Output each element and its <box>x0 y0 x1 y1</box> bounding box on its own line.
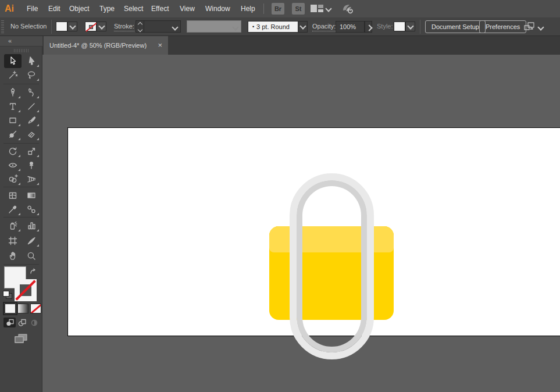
preferences-button[interactable]: Preferences <box>479 20 526 33</box>
style-swatch[interactable] <box>394 22 405 31</box>
lasso-tool[interactable] <box>23 68 40 82</box>
scale-tool[interactable] <box>23 144 40 158</box>
arrange-artboards-icon[interactable] <box>523 22 535 34</box>
swap-fill-stroke-icon[interactable] <box>29 268 38 279</box>
rectangle-tool[interactable] <box>4 113 22 127</box>
bridge-button[interactable]: Br <box>272 3 284 15</box>
opacity-label[interactable]: Opacity: <box>312 22 336 31</box>
padlock-shackle-ring-shape[interactable] <box>290 173 374 359</box>
draw-behind-mode-button[interactable] <box>16 318 28 327</box>
opacity-arrow-button[interactable] <box>365 21 372 33</box>
close-icon[interactable]: × <box>158 42 162 49</box>
menu-select[interactable]: Select <box>124 0 143 17</box>
menu-bar: Ai File Edit Object Type Select Effect V… <box>0 0 560 18</box>
workspace-switcher-icon[interactable] <box>310 4 324 16</box>
gradient-button[interactable] <box>17 304 28 313</box>
paintbrush-tool[interactable] <box>23 113 40 127</box>
type-tool[interactable] <box>4 99 22 113</box>
control-bar-grip[interactable] <box>1 20 4 33</box>
stroke-dropdown[interactable] <box>97 22 106 31</box>
tools-panel: « <box>0 36 42 392</box>
tools-panel-header[interactable]: « <box>0 36 42 47</box>
puppet-warp-tool[interactable] <box>23 158 40 172</box>
control-separator <box>51 20 52 34</box>
selection-status: No Selection <box>10 17 47 35</box>
default-fill-stroke-icon[interactable] <box>3 291 12 299</box>
shape-builder-tool[interactable] <box>4 172 22 186</box>
eyedropper-tool[interactable] <box>4 202 22 216</box>
control-bar: No Selection Stroke: • 3 pt. Round Opaci… <box>0 17 560 36</box>
menu-effect[interactable]: Effect <box>151 0 169 17</box>
eraser-tool[interactable] <box>23 127 40 141</box>
opacity-field[interactable]: 100% <box>336 21 365 33</box>
magic-wand-tool[interactable] <box>4 68 22 82</box>
stroke-none-slash <box>15 280 35 300</box>
document-setup-button[interactable]: Document Setup <box>425 20 486 33</box>
app-logo[interactable]: Ai <box>5 2 19 15</box>
document-tab[interactable]: Untitled-4* @ 50% (RGB/Preview) × <box>44 36 168 55</box>
toolbar-divider <box>3 143 39 144</box>
chevron-down-icon[interactable] <box>537 24 544 30</box>
direct-selection-tool[interactable] <box>23 54 40 68</box>
menu-object[interactable]: Object <box>69 0 90 17</box>
blend-tool[interactable] <box>23 202 40 216</box>
rotate-tool[interactable] <box>4 144 22 158</box>
collapse-panel-icon[interactable]: « <box>8 37 12 44</box>
chevron-down-icon[interactable] <box>325 5 331 12</box>
color-button[interactable] <box>5 304 16 313</box>
style-dropdown[interactable] <box>405 22 415 31</box>
menu-file[interactable]: File <box>27 0 38 17</box>
toolbar-divider <box>3 187 39 187</box>
zoom-tool[interactable] <box>23 249 40 263</box>
stroke-weight-stepper[interactable] <box>135 20 144 33</box>
document-tab-bar: Untitled-4* @ 50% (RGB/Preview) × <box>42 36 560 55</box>
shaper-tool[interactable] <box>4 127 22 141</box>
menu-edit[interactable]: Edit <box>48 0 60 17</box>
brush-dropdown[interactable] <box>298 21 308 33</box>
menubar-separator <box>263 3 264 14</box>
stroke-color-swatch[interactable] <box>15 279 37 301</box>
toolbar-divider <box>3 217 39 218</box>
line-segment-tool[interactable] <box>23 99 40 113</box>
menu-view[interactable]: View <box>180 0 195 17</box>
perspective-grid-tool[interactable] <box>23 172 40 186</box>
gradient-tool[interactable] <box>23 188 40 202</box>
stroke-label[interactable]: Stroke: <box>114 22 134 31</box>
symbol-sprayer-tool[interactable] <box>4 219 22 233</box>
draw-normal-mode-button[interactable] <box>3 318 16 327</box>
stock-button[interactable]: St <box>292 3 305 15</box>
artboard-tool[interactable] <box>4 234 22 248</box>
stroke-none-swatch[interactable] <box>85 22 97 31</box>
style-label: Style: <box>377 17 393 35</box>
fill-swatch[interactable] <box>56 22 67 31</box>
sync-settings-icon[interactable] <box>341 2 355 17</box>
draw-inside-mode-button <box>28 318 40 327</box>
brush-definition-combo[interactable]: • 3 pt. Round <box>248 21 298 33</box>
menu-help[interactable]: Help <box>241 0 255 17</box>
toolbar-divider <box>3 84 39 84</box>
menu-type[interactable]: Type <box>99 0 115 17</box>
stroke-weight-combo[interactable] <box>144 20 181 33</box>
pen-tool[interactable] <box>4 85 22 99</box>
none-button[interactable] <box>30 304 41 313</box>
selection-tool[interactable] <box>4 54 22 68</box>
menu-window[interactable]: Window <box>205 0 230 17</box>
column-graph-tool[interactable] <box>23 219 40 233</box>
hand-tool[interactable] <box>4 249 22 263</box>
width-profile-combo <box>187 20 241 33</box>
curvature-tool[interactable] <box>23 85 40 99</box>
canvas-pasteboard[interactable] <box>42 55 560 392</box>
fill-dropdown[interactable] <box>67 22 77 31</box>
toolbar-divider <box>3 264 39 265</box>
tools-panel-grip[interactable] <box>14 49 29 52</box>
control-separator-2 <box>420 20 420 34</box>
slice-tool[interactable] <box>23 234 40 248</box>
document-tab-title: Untitled-4* @ 50% (RGB/Preview) <box>44 42 147 49</box>
mesh-tool[interactable] <box>4 188 22 202</box>
change-screen-mode-icon[interactable] <box>14 333 29 347</box>
width-tool[interactable] <box>4 158 22 172</box>
